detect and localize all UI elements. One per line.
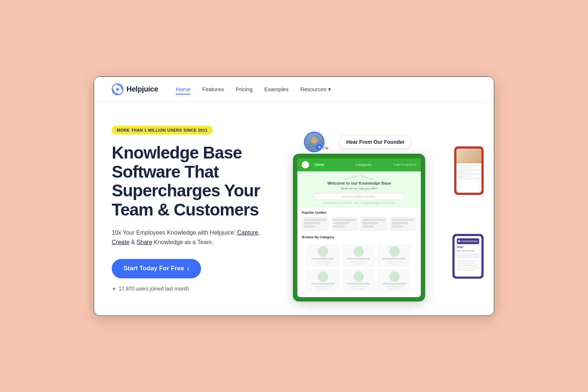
mockup-suggestions: Reset searches: Ser trial How to setup, …	[302, 202, 416, 204]
create-link[interactable]: Create	[112, 239, 129, 245]
arrow-icon: ›	[187, 265, 189, 272]
logo[interactable]: Helpjuice	[112, 83, 158, 95]
svg-point-2	[116, 88, 119, 90]
nav-item-home[interactable]: Home	[176, 86, 190, 93]
users-joined: ★ 17,970 users joined last month	[112, 286, 278, 292]
share-link[interactable]: Share	[137, 239, 153, 245]
mockup-guide-item	[390, 217, 417, 231]
chevron-down-icon: ▾	[328, 86, 331, 93]
mockup-logo	[302, 161, 309, 168]
mockup-popular-guides: Popular Guides	[297, 208, 421, 234]
nav-item-examples[interactable]: Examples	[264, 86, 288, 93]
main-mockup: Home Categories Login to access ▾ Welcom…	[293, 154, 425, 302]
mockup-guide-item	[360, 217, 387, 231]
side-card-subtitle: How can we help?	[457, 250, 479, 252]
helpjuice-logo-icon	[112, 83, 123, 95]
mockup-category-card	[377, 269, 411, 292]
hero-left: MORE THAN 1 MILLION USERS SINCE 2011 Kno…	[112, 126, 278, 291]
mockup-search-bar: Search for articles, resources...	[313, 193, 405, 200]
hero-section: MORE THAN 1 MILLION USERS SINCE 2011 Kno…	[94, 102, 494, 316]
capture-link[interactable]: Capture	[237, 229, 258, 236]
browser-window: Helpjuice Home Features Pricing Examples…	[94, 76, 494, 316]
cta-button[interactable]: Start Today For Free ›	[112, 259, 201, 278]
star-icon: ★	[112, 286, 116, 292]
side-card-bottom: Shipt How can we help?	[452, 234, 484, 279]
mockup-guide-item	[302, 217, 329, 231]
mockup-category-card	[306, 244, 340, 267]
mockup-category-card	[342, 244, 375, 267]
nav-item-features[interactable]: Features	[202, 86, 224, 93]
logo-text: Helpjuice	[126, 85, 158, 93]
nav-item-resources[interactable]: Resources ▾	[300, 86, 331, 93]
side-card-title: Shipt	[457, 246, 479, 248]
mockup-browse-section: Browse By Category	[297, 234, 421, 297]
hero-right: ▶ ↶ Hear From Our Founder Home Categorie…	[293, 132, 476, 286]
mockup-nav-pill: Home	[312, 162, 327, 167]
founder-avatar: ▶	[304, 132, 325, 152]
mockup-header: Home Categories Login to access ▾	[297, 158, 421, 171]
mockup-guide-item	[331, 217, 358, 231]
mockup-hero-title: Welcome to our Knowledge Base	[302, 181, 416, 185]
mockup-login-text: Login to access ▾	[394, 163, 417, 166]
nav-item-pricing[interactable]: Pricing	[236, 86, 252, 93]
hero-subtitle: 10x Your Employees Knowledge with Helpju…	[112, 228, 278, 247]
nav-links: Home Features Pricing Examples Resources…	[176, 86, 331, 93]
mockup-hero-sub: What can we help you with?	[302, 187, 416, 190]
play-icon: ▶	[319, 145, 321, 149]
mockup-category-card	[306, 269, 340, 292]
badge: MORE THAN 1 MILLION USERS SINCE 2011	[112, 126, 213, 135]
founder-bubble[interactable]: ▶ ↶ Hear From Our Founder	[304, 132, 412, 152]
mockup-category-card	[342, 269, 375, 292]
hero-title: Knowledge Base Software That Supercharge…	[112, 143, 278, 219]
mockup-category-card	[377, 244, 411, 267]
side-card-top	[454, 146, 484, 195]
mockup-nav-text: Categories	[356, 163, 372, 167]
navigation: Helpjuice Home Features Pricing Examples…	[94, 77, 494, 102]
founder-label: Hear From Our Founder	[339, 135, 412, 149]
curved-arrow-icon: ↶	[322, 144, 330, 154]
mockup-hero-section: Welcome to our Knowledge Base What can w…	[297, 171, 421, 208]
